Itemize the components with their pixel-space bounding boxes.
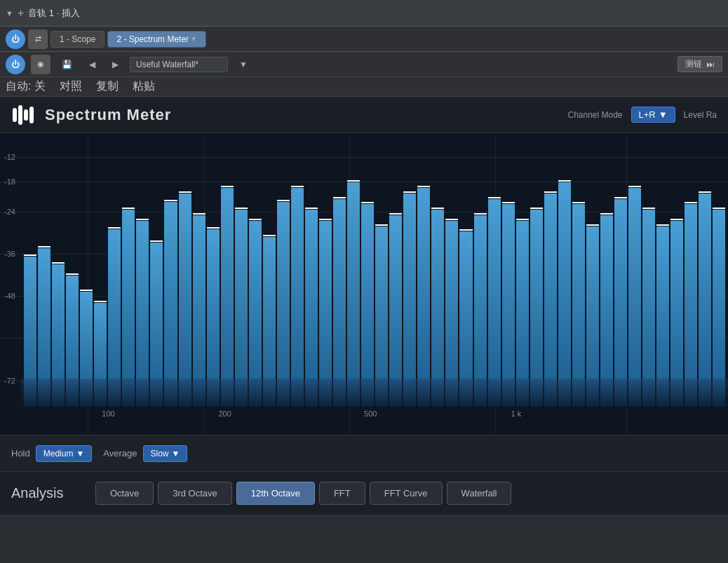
prev-preset-button[interactable]: ◀: [83, 58, 101, 71]
preset-dropdown-button[interactable]: ▼: [234, 58, 253, 71]
track-title: 音轨 1 · 插入: [28, 7, 80, 20]
paste-button[interactable]: 粘贴: [133, 79, 155, 94]
analysis-btn-octave[interactable]: Octave: [95, 482, 154, 505]
average-value: Slow: [151, 449, 169, 459]
bar-peak: [221, 186, 234, 187]
bar-peak: [207, 227, 220, 229]
bar-peak: [516, 219, 529, 220]
bar-peak: [488, 197, 501, 198]
bar-peak: [164, 200, 177, 201]
bottom-controls: Hold Medium ▼ Average Slow ▼: [0, 435, 728, 471]
bar: [530, 210, 543, 407]
routing-button[interactable]: ⇄: [28, 29, 48, 49]
analysis-btn-3rd-octave[interactable]: 3rd Octave: [158, 482, 232, 505]
svg-rect-0: [13, 108, 17, 122]
bar-peak: [263, 235, 276, 236]
bar-peak: [417, 186, 430, 187]
bars-area: [21, 133, 728, 407]
bar: [502, 204, 515, 407]
top-bar: ▼ + 音轨 1 · 插入: [0, 0, 728, 27]
y-label-2: -18: [4, 177, 15, 186]
headphone-button[interactable]: ◉: [31, 55, 50, 74]
bar-peak: [361, 202, 374, 203]
chain-skip-icon: ⏭: [706, 60, 715, 69]
bar: [347, 182, 360, 407]
bar: [558, 182, 571, 407]
analysis-btn-12th-octave[interactable]: 12th Octave: [236, 482, 315, 505]
bar: [277, 202, 290, 407]
average-dropdown[interactable]: Slow ▼: [143, 445, 188, 462]
bar: [403, 194, 416, 407]
bar-peak: [277, 200, 290, 201]
analysis-btn-fft-curve[interactable]: FFT Curve: [370, 482, 443, 505]
bar-peak: [38, 246, 50, 247]
power-button[interactable]: ⏻: [6, 29, 25, 49]
bar-peak: [333, 197, 346, 198]
hold-dropdown[interactable]: Medium ▼: [36, 445, 93, 462]
bar-peak: [670, 219, 683, 220]
second-toolbar: ⏻ ◉ 💾 ◀ ▶ Useful Waterfall* ▼ 测链 ⏭: [0, 52, 728, 77]
channel-mode-value: L+R: [639, 109, 656, 120]
bar-peak: [600, 213, 613, 215]
bar-peak: [291, 186, 304, 187]
bar-peak: [558, 180, 571, 182]
bar-peak: [530, 208, 543, 209]
bar-peak: [474, 213, 487, 215]
auto-off-label: 自动: 关: [6, 79, 46, 94]
bar: [614, 199, 627, 407]
preset-name: Useful Waterfall*: [130, 57, 228, 72]
svg-rect-1: [18, 105, 22, 125]
bar-peak: [389, 213, 402, 215]
plugin-controls: Channel Mode L+R ▼ Level Ra: [567, 107, 717, 123]
analysis-btn-fft[interactable]: FFT: [319, 482, 365, 505]
x-label-200: 200: [218, 409, 231, 418]
bar-peak: [122, 208, 135, 209]
bar-peak: [108, 227, 121, 229]
bar: [431, 210, 444, 407]
tab-spectrum[interactable]: 2 - Spectrum Meter ▼: [107, 31, 206, 48]
bar: [164, 202, 177, 407]
action-row: 自动: 关 对照 复制 粘贴: [0, 77, 728, 97]
plugin-header: Spectrum Meter Channel Mode L+R ▼ Level …: [0, 97, 728, 133]
hold-arrow: ▼: [76, 449, 84, 459]
bar: [628, 188, 641, 407]
channel-mode-dropdown[interactable]: L+R ▼: [631, 107, 675, 123]
bar: [221, 188, 234, 407]
bar: [333, 199, 346, 407]
bar-peak: [66, 273, 79, 275]
chain-button[interactable]: 测链 ⏭: [678, 56, 722, 72]
bar-peak: [685, 202, 697, 203]
bar-peak: [699, 191, 711, 193]
compare-button[interactable]: 对照: [60, 79, 82, 94]
analysis-btn-waterfall[interactable]: Waterfall: [447, 482, 512, 505]
bar-peak: [403, 191, 416, 193]
hold-group: Hold Medium ▼: [11, 445, 92, 462]
save-button[interactable]: 💾: [56, 58, 78, 71]
y-label-4: -36: [4, 250, 15, 258]
analysis-buttons: Octave3rd Octave12th OctaveFFTFFT CurveW…: [95, 482, 511, 505]
bar: [699, 194, 711, 407]
bar-peak: [713, 208, 725, 209]
analysis-title: Analysis: [11, 485, 81, 501]
copy-button[interactable]: 复制: [96, 79, 119, 94]
next-preset-button[interactable]: ▶: [107, 58, 124, 71]
bar-peak: [319, 219, 332, 220]
channel-mode-label: Channel Mode: [567, 110, 622, 120]
plugin-title: Spectrum Meter: [45, 106, 171, 124]
svg-rect-3: [29, 107, 34, 123]
bar-peak: [586, 224, 599, 226]
bar-peak: [459, 229, 472, 231]
analysis-section: Analysis Octave3rd Octave12th OctaveFFTF…: [0, 471, 728, 515]
average-arrow: ▼: [172, 449, 180, 459]
hold-value: Medium: [43, 449, 74, 459]
add-track-button[interactable]: +: [18, 7, 24, 20]
bar-peak: [94, 301, 107, 302]
level-range-label: Level Ra: [684, 110, 717, 120]
power-toggle[interactable]: ⏻: [6, 55, 25, 74]
bar: [713, 210, 725, 407]
bar-peak: [628, 186, 641, 187]
bar: [291, 188, 304, 407]
y-label-3: -24: [4, 208, 15, 216]
bar-peak: [375, 224, 388, 226]
tab-scope[interactable]: 1 - Scope: [50, 31, 105, 48]
